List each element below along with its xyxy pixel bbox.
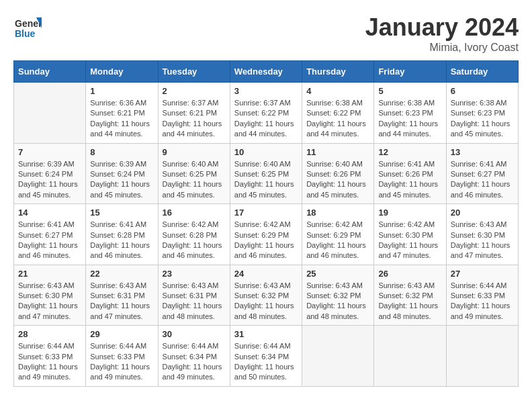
day-info: Sunrise: 6:43 AM Sunset: 6:31 PM Dayligh… bbox=[163, 281, 226, 322]
daylight-text: Daylight: 11 hours and 44 minutes. bbox=[378, 119, 441, 140]
calendar-cell bbox=[374, 326, 446, 387]
day-number: 28 bbox=[18, 329, 81, 339]
day-number: 6 bbox=[451, 86, 514, 96]
calendar-table: SundayMondayTuesdayWednesdayThursdayFrid… bbox=[13, 60, 519, 387]
sunset-text: Sunset: 6:23 PM bbox=[378, 108, 441, 118]
title-section: January 2024 Mimia, Ivory Coast bbox=[365, 13, 519, 54]
calendar-cell: 7 Sunrise: 6:39 AM Sunset: 6:24 PM Dayli… bbox=[14, 143, 86, 204]
location: Mimia, Ivory Coast bbox=[365, 42, 519, 54]
sunrise-text: Sunrise: 6:36 AM bbox=[90, 98, 153, 108]
day-number: 29 bbox=[90, 329, 153, 339]
calendar-week-row: 14 Sunrise: 6:41 AM Sunset: 6:27 PM Dayl… bbox=[14, 204, 519, 265]
calendar-cell bbox=[446, 326, 518, 387]
sunset-text: Sunset: 6:25 PM bbox=[163, 169, 226, 179]
day-info: Sunrise: 6:43 AM Sunset: 6:32 PM Dayligh… bbox=[234, 281, 298, 322]
calendar-cell: 27 Sunrise: 6:44 AM Sunset: 6:33 PM Dayl… bbox=[446, 265, 518, 326]
calendar-cell: 18 Sunrise: 6:42 AM Sunset: 6:29 PM Dayl… bbox=[302, 204, 374, 265]
day-number: 4 bbox=[306, 86, 369, 96]
calendar-cell: 23 Sunrise: 6:43 AM Sunset: 6:31 PM Dayl… bbox=[158, 265, 230, 326]
daylight-text: Daylight: 11 hours and 44 minutes. bbox=[234, 119, 298, 140]
day-info: Sunrise: 6:43 AM Sunset: 6:32 PM Dayligh… bbox=[378, 281, 441, 322]
sunset-text: Sunset: 6:24 PM bbox=[90, 169, 153, 179]
daylight-text: Daylight: 11 hours and 50 minutes. bbox=[234, 362, 298, 383]
sunrise-text: Sunrise: 6:44 AM bbox=[163, 341, 226, 351]
day-number: 13 bbox=[451, 147, 514, 157]
sunset-text: Sunset: 6:29 PM bbox=[306, 230, 369, 240]
calendar-cell: 21 Sunrise: 6:43 AM Sunset: 6:30 PM Dayl… bbox=[14, 265, 86, 326]
calendar-cell: 14 Sunrise: 6:41 AM Sunset: 6:27 PM Dayl… bbox=[14, 204, 86, 265]
sunrise-text: Sunrise: 6:40 AM bbox=[306, 159, 369, 169]
day-info: Sunrise: 6:36 AM Sunset: 6:21 PM Dayligh… bbox=[90, 98, 153, 140]
calendar-cell: 12 Sunrise: 6:41 AM Sunset: 6:26 PM Dayl… bbox=[374, 143, 446, 204]
calendar-cell: 11 Sunrise: 6:40 AM Sunset: 6:26 PM Dayl… bbox=[302, 143, 374, 204]
day-number: 7 bbox=[18, 147, 81, 157]
calendar-cell: 5 Sunrise: 6:38 AM Sunset: 6:23 PM Dayli… bbox=[374, 83, 446, 144]
day-info: Sunrise: 6:42 AM Sunset: 6:28 PM Dayligh… bbox=[163, 220, 226, 261]
sunrise-text: Sunrise: 6:43 AM bbox=[90, 281, 153, 291]
day-number: 26 bbox=[378, 269, 441, 279]
day-info: Sunrise: 6:39 AM Sunset: 6:24 PM Dayligh… bbox=[18, 159, 81, 201]
day-info: Sunrise: 6:41 AM Sunset: 6:27 PM Dayligh… bbox=[451, 159, 514, 201]
calendar-cell: 19 Sunrise: 6:42 AM Sunset: 6:30 PM Dayl… bbox=[374, 204, 446, 265]
calendar-cell: 30 Sunrise: 6:44 AM Sunset: 6:34 PM Dayl… bbox=[158, 326, 230, 387]
sunrise-text: Sunrise: 6:38 AM bbox=[306, 98, 369, 108]
sunset-text: Sunset: 6:29 PM bbox=[234, 230, 298, 240]
calendar-cell: 13 Sunrise: 6:41 AM Sunset: 6:27 PM Dayl… bbox=[446, 143, 518, 204]
sunset-text: Sunset: 6:30 PM bbox=[18, 291, 81, 301]
daylight-text: Daylight: 11 hours and 45 minutes. bbox=[451, 119, 514, 140]
day-number: 27 bbox=[451, 269, 514, 279]
day-info: Sunrise: 6:40 AM Sunset: 6:25 PM Dayligh… bbox=[163, 159, 226, 201]
day-number: 16 bbox=[163, 208, 226, 218]
sunset-text: Sunset: 6:33 PM bbox=[451, 291, 514, 301]
calendar-cell: 15 Sunrise: 6:41 AM Sunset: 6:28 PM Dayl… bbox=[86, 204, 158, 265]
sunset-text: Sunset: 6:23 PM bbox=[451, 108, 514, 118]
sunrise-text: Sunrise: 6:44 AM bbox=[234, 341, 298, 351]
sunset-text: Sunset: 6:32 PM bbox=[306, 291, 369, 301]
daylight-text: Daylight: 11 hours and 49 minutes. bbox=[18, 362, 81, 383]
calendar-week-row: 21 Sunrise: 6:43 AM Sunset: 6:30 PM Dayl… bbox=[14, 265, 519, 326]
daylight-text: Daylight: 11 hours and 45 minutes. bbox=[378, 179, 441, 200]
sunset-text: Sunset: 6:31 PM bbox=[90, 291, 153, 301]
calendar-cell: 28 Sunrise: 6:44 AM Sunset: 6:33 PM Dayl… bbox=[14, 326, 86, 387]
sunset-text: Sunset: 6:33 PM bbox=[18, 352, 81, 362]
calendar-cell bbox=[14, 83, 86, 144]
sunset-text: Sunset: 6:28 PM bbox=[163, 230, 226, 240]
sunset-text: Sunset: 6:26 PM bbox=[306, 169, 369, 179]
day-info: Sunrise: 6:42 AM Sunset: 6:29 PM Dayligh… bbox=[306, 220, 369, 261]
day-info: Sunrise: 6:38 AM Sunset: 6:22 PM Dayligh… bbox=[306, 98, 369, 140]
day-info: Sunrise: 6:44 AM Sunset: 6:33 PM Dayligh… bbox=[18, 341, 81, 383]
day-number: 17 bbox=[234, 208, 298, 218]
daylight-text: Daylight: 11 hours and 49 minutes. bbox=[90, 362, 153, 383]
sunrise-text: Sunrise: 6:43 AM bbox=[451, 220, 514, 230]
sunrise-text: Sunrise: 6:40 AM bbox=[234, 159, 298, 169]
day-info: Sunrise: 6:43 AM Sunset: 6:32 PM Dayligh… bbox=[306, 281, 369, 322]
sunrise-text: Sunrise: 6:44 AM bbox=[451, 281, 514, 291]
weekday-header: Thursday bbox=[302, 61, 374, 83]
calendar-cell: 17 Sunrise: 6:42 AM Sunset: 6:29 PM Dayl… bbox=[230, 204, 302, 265]
day-info: Sunrise: 6:38 AM Sunset: 6:23 PM Dayligh… bbox=[378, 98, 441, 140]
calendar-cell bbox=[302, 326, 374, 387]
sunset-text: Sunset: 6:21 PM bbox=[90, 108, 153, 118]
daylight-text: Daylight: 11 hours and 46 minutes. bbox=[306, 240, 369, 261]
day-info: Sunrise: 6:40 AM Sunset: 6:26 PM Dayligh… bbox=[306, 159, 369, 201]
day-info: Sunrise: 6:42 AM Sunset: 6:30 PM Dayligh… bbox=[378, 220, 441, 261]
sunset-text: Sunset: 6:26 PM bbox=[378, 169, 441, 179]
day-number: 9 bbox=[163, 147, 226, 157]
sunrise-text: Sunrise: 6:39 AM bbox=[18, 159, 81, 169]
weekday-header: Sunday bbox=[14, 61, 86, 83]
daylight-text: Daylight: 11 hours and 44 minutes. bbox=[90, 119, 153, 140]
sunset-text: Sunset: 6:22 PM bbox=[234, 108, 298, 118]
daylight-text: Daylight: 11 hours and 46 minutes. bbox=[90, 240, 153, 261]
day-number: 12 bbox=[378, 147, 441, 157]
day-info: Sunrise: 6:41 AM Sunset: 6:28 PM Dayligh… bbox=[90, 220, 153, 261]
daylight-text: Daylight: 11 hours and 48 minutes. bbox=[306, 301, 369, 322]
day-number: 11 bbox=[306, 147, 369, 157]
sunrise-text: Sunrise: 6:44 AM bbox=[18, 341, 81, 351]
daylight-text: Daylight: 11 hours and 48 minutes. bbox=[163, 301, 226, 322]
sunrise-text: Sunrise: 6:41 AM bbox=[378, 159, 441, 169]
daylight-text: Daylight: 11 hours and 47 minutes. bbox=[451, 240, 514, 261]
day-info: Sunrise: 6:39 AM Sunset: 6:24 PM Dayligh… bbox=[90, 159, 153, 201]
weekday-header: Wednesday bbox=[230, 61, 302, 83]
calendar-cell: 22 Sunrise: 6:43 AM Sunset: 6:31 PM Dayl… bbox=[86, 265, 158, 326]
day-info: Sunrise: 6:42 AM Sunset: 6:29 PM Dayligh… bbox=[234, 220, 298, 261]
